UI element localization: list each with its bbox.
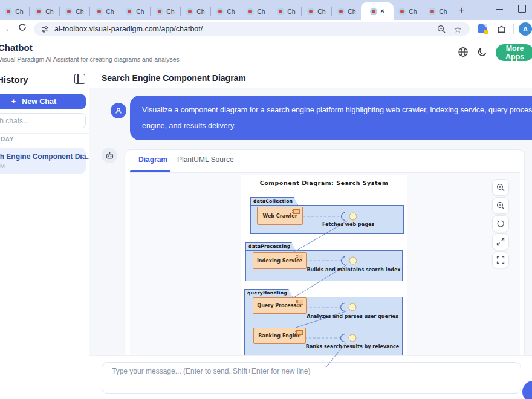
window-maximize-icon[interactable] xyxy=(518,5,526,13)
reset-view-button[interactable] xyxy=(492,215,509,232)
profile-avatar[interactable]: A xyxy=(519,22,532,36)
page-title: Search Engine Component Diagram xyxy=(102,73,246,83)
tab-label: Ch xyxy=(196,8,204,15)
browser-tab[interactable]: Ch xyxy=(272,3,300,20)
browser-tab[interactable]: Ch xyxy=(302,3,331,20)
tab-divider xyxy=(29,7,30,16)
interface-label: Fetches web pages xyxy=(322,222,374,227)
browser-tab[interactable]: Ch xyxy=(394,3,422,20)
chat-item-title: Search Engine Component Dia... xyxy=(0,152,92,161)
plus-icon: + xyxy=(11,97,16,106)
collapse-panel-icon[interactable] xyxy=(74,74,85,84)
tab-label: Ch xyxy=(136,8,144,15)
tab-favicon xyxy=(429,8,436,15)
sidebar-title: History xyxy=(0,74,28,85)
tab-divider xyxy=(271,7,271,16)
tab-divider xyxy=(210,7,211,16)
chat-history-item[interactable]: Search Engine Component Dia... M xyxy=(0,148,86,174)
component-label: Ranking Engine xyxy=(258,333,300,339)
extension-icon[interactable] xyxy=(478,24,487,33)
component-icon xyxy=(296,330,303,335)
new-tab-button[interactable]: + xyxy=(459,5,464,16)
browser-tab-active[interactable]: × xyxy=(361,2,394,20)
browser-tab[interactable]: Ch xyxy=(181,3,210,20)
tab-divider xyxy=(59,7,60,16)
address-bar[interactable]: ai-toolbox.visual-paradigm.com/app/chatb… xyxy=(34,22,470,36)
tab-close-icon[interactable]: × xyxy=(380,8,384,15)
omnibox-actions: ☆ xyxy=(437,25,470,34)
tab-favicon xyxy=(337,8,345,15)
browser-tab[interactable]: Ch xyxy=(30,3,59,20)
tab-label: Ch xyxy=(45,8,53,15)
tab-divider xyxy=(301,7,302,16)
browser-tab[interactable]: Ch xyxy=(212,3,240,20)
browser-toolbar: → ai-toolbox.visual-paradigm.com/app/cha… xyxy=(0,20,532,38)
person-icon xyxy=(114,106,123,115)
reset-rotate-icon xyxy=(496,219,505,228)
browser-tab-strip: ChChChChChChChChChChChCh×ChCh+ xyxy=(0,0,532,20)
zoom-out-button[interactable] xyxy=(492,197,509,214)
browser-tab[interactable]: Ch xyxy=(242,3,270,20)
tab-label: Ch xyxy=(287,8,295,15)
interface-label: Builds and maintains search index xyxy=(307,267,400,273)
expand-arrows-icon xyxy=(496,238,505,246)
app-subtitle: Visual Paradigm AI Assistant for creatin… xyxy=(0,56,180,63)
component-ranking-engine: Ranking Engine xyxy=(253,328,306,344)
new-chat-button[interactable]: + New Chat xyxy=(0,94,86,109)
url-text[interactable]: ai-toolbox.visual-paradigm.com/app/chatb… xyxy=(54,25,203,33)
user-message-bubble: Visualize a component diagram for a sear… xyxy=(130,96,532,140)
tab-favicon xyxy=(277,8,284,15)
browser-tab[interactable]: Ch xyxy=(91,3,119,20)
interface-label: Analyzes and parses user queries xyxy=(307,314,398,319)
tab-favicon xyxy=(126,8,133,15)
browser-tab[interactable]: Ch xyxy=(424,3,452,20)
dark-mode-moon-icon[interactable] xyxy=(477,47,488,57)
extensions-puzzle-icon[interactable] xyxy=(496,24,507,34)
tab-label: Ch xyxy=(409,8,417,15)
assistant-avatar xyxy=(102,148,117,163)
more-apps-button[interactable]: More Apps xyxy=(496,44,532,61)
tab-label: Ch xyxy=(15,8,23,15)
window-minimize-icon[interactable] xyxy=(496,9,503,10)
tab-divider xyxy=(241,7,241,16)
tab-divider xyxy=(89,7,90,16)
divider xyxy=(0,133,89,134)
tab-favicon xyxy=(247,8,254,15)
tab-plantuml-source[interactable]: PlantUML Source xyxy=(177,155,234,164)
expand-button[interactable] xyxy=(492,233,509,250)
browser-tab[interactable]: Ch xyxy=(151,3,180,20)
diagram-viewport[interactable]: Component Diagram: Search System dataCol… xyxy=(130,172,520,368)
bookmark-star-icon[interactable]: ☆ xyxy=(454,25,462,34)
browser-tab[interactable]: Ch xyxy=(121,3,149,20)
search-chats-input[interactable] xyxy=(0,113,86,128)
browser-tab[interactable]: Ch xyxy=(0,3,28,20)
toolbar-right: A xyxy=(478,20,532,37)
tab-label: Ch xyxy=(317,8,325,15)
tab-label: Ch xyxy=(166,8,174,15)
tab-favicon xyxy=(5,8,12,15)
tab-favicon xyxy=(398,8,406,15)
zoom-in-icon xyxy=(496,183,505,192)
app-header: Chatbot Visual Paradigm AI Assistant for… xyxy=(0,37,532,68)
tab-favicon xyxy=(96,8,103,15)
interface-label: Ranks search results by relevance xyxy=(306,344,400,349)
tab-divider xyxy=(453,7,453,16)
browser-tab[interactable]: Ch xyxy=(332,3,361,20)
component-indexing-service: Indexing Service xyxy=(253,252,307,269)
language-globe-icon[interactable] xyxy=(458,47,469,57)
zoom-indicator-icon[interactable] xyxy=(437,25,446,34)
site-settings-icon[interactable] xyxy=(41,25,49,33)
section-label-today: TODAY xyxy=(0,136,14,143)
browser-tab[interactable]: Ch xyxy=(60,3,89,20)
divider xyxy=(0,89,89,89)
sidebar: History + New Chat TODAY Search Engine C… xyxy=(0,68,90,399)
reload-icon[interactable] xyxy=(17,23,28,34)
tab-diagram[interactable]: Diagram xyxy=(138,155,167,164)
forward-icon[interactable]: → xyxy=(0,23,11,34)
tab-label: Ch xyxy=(257,8,265,15)
zoom-in-button[interactable] xyxy=(492,179,509,196)
tab-favicon xyxy=(307,8,314,15)
fullscreen-button[interactable] xyxy=(492,251,509,268)
tab-divider xyxy=(150,7,151,16)
component-web-crawler: Web Crawler xyxy=(257,207,303,225)
